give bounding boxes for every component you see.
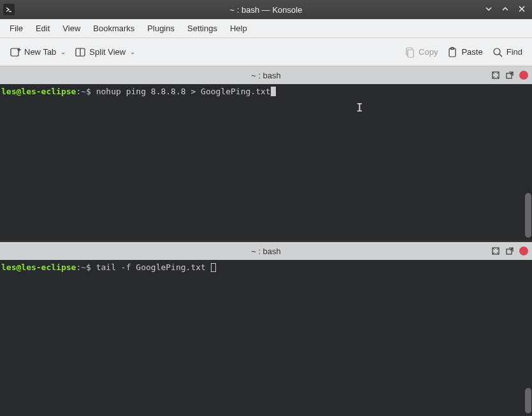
paste-button[interactable]: Paste (442, 44, 487, 61)
menu-bookmarks[interactable]: Bookmarks (87, 21, 141, 36)
close-button[interactable] (517, 4, 527, 15)
menubar: File Edit View Bookmarks Plugins Setting… (0, 19, 532, 38)
cursor-icon (211, 263, 216, 272)
svg-point-10 (494, 48, 500, 55)
terminal-bottom[interactable]: les@les-eclipse:~$ tail -f GooglePing.tx… (0, 260, 532, 416)
menu-edit[interactable]: Edit (29, 21, 56, 36)
split-view-button[interactable]: Split View ⌄ (70, 44, 140, 61)
detach-pane-icon[interactable] (505, 247, 514, 255)
scrollbar[interactable] (525, 193, 531, 238)
prompt-host: les-eclipse (21, 262, 76, 272)
maximize-pane-icon[interactable] (491, 71, 500, 80)
svg-rect-7 (408, 50, 413, 57)
copy-label: Copy (419, 47, 438, 57)
paste-label: Paste (461, 47, 482, 57)
pane-header: ~ : bash (0, 66, 532, 84)
prompt-dollar: $ (86, 262, 96, 272)
menu-view[interactable]: View (56, 21, 87, 36)
terminal-top[interactable]: les@les-eclipse:~$ nohup ping 8.8.8.8 > … (0, 84, 532, 240)
prompt-dollar: $ (86, 87, 96, 96)
scrollbar[interactable] (525, 388, 531, 413)
chevron-down-icon: ⌄ (130, 48, 135, 55)
copy-button[interactable]: Copy (399, 44, 442, 61)
find-button[interactable]: Find (487, 44, 527, 61)
new-tab-label: New Tab (24, 47, 56, 57)
find-label: Find (507, 47, 522, 57)
prompt-user: les (1, 262, 16, 272)
pane-top: ~ : bash les@les-eclipse:~$ nohup ping 8… (0, 66, 532, 240)
pane-title: ~ : bash (251, 247, 281, 256)
command-text: tail -f GooglePing.txt (96, 262, 211, 272)
new-tab-button[interactable]: New Tab ⌄ (5, 44, 70, 61)
maximize-button[interactable] (500, 4, 510, 15)
minimize-button[interactable] (484, 4, 494, 15)
close-pane-icon[interactable] (519, 247, 528, 255)
menu-help[interactable]: Help (224, 21, 254, 36)
prompt-host: les-eclipse (21, 87, 76, 96)
menu-file[interactable]: File (3, 21, 29, 36)
cursor-icon (271, 87, 276, 96)
app-icon (3, 4, 15, 15)
detach-pane-icon[interactable] (505, 71, 514, 80)
panes: ~ : bash les@les-eclipse:~$ nohup ping 8… (0, 66, 532, 416)
close-pane-icon[interactable] (519, 71, 528, 80)
pane-title: ~ : bash (251, 71, 281, 80)
text-cursor-icon: I (356, 99, 363, 115)
titlebar: ~ : bash — Konsole (0, 0, 532, 19)
menu-settings[interactable]: Settings (181, 21, 224, 36)
maximize-pane-icon[interactable] (491, 247, 500, 255)
command-text: nohup ping 8.8.8.8 > GooglePing.txt (96, 87, 271, 96)
toolbar: New Tab ⌄ Split View ⌄ Copy Paste Find (0, 38, 532, 66)
pane-header: ~ : bash (0, 242, 532, 260)
chevron-down-icon: ⌄ (61, 48, 66, 55)
window-title: ~ : bash — Konsole (230, 5, 303, 15)
svg-line-11 (500, 54, 502, 57)
split-view-label: Split View (89, 47, 126, 57)
menu-plugins[interactable]: Plugins (141, 21, 181, 36)
pane-bottom: ~ : bash les@les-eclipse:~$ tail -f Goog… (0, 242, 532, 416)
prompt-user: les (1, 87, 16, 96)
prompt-path: ~ (81, 87, 86, 96)
prompt-path: ~ (81, 262, 86, 272)
